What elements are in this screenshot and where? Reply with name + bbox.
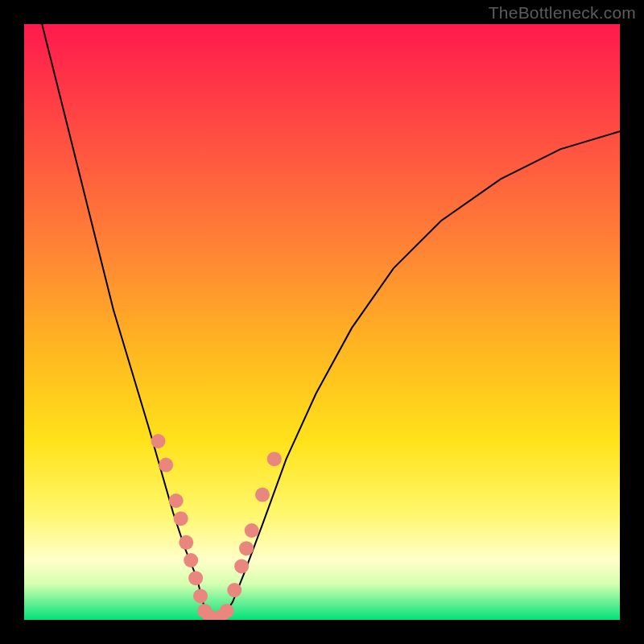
marker-dot [151, 434, 166, 448]
marker-dot [174, 511, 188, 526]
outer-frame: TheBottleneck.com [0, 0, 644, 644]
marker-dot [188, 571, 203, 585]
marker-dot [220, 604, 234, 618]
marker-dot [267, 452, 282, 466]
marker-dot [184, 553, 198, 568]
bottleneck-curve [221, 131, 620, 620]
marker-dot [159, 458, 173, 473]
marker-dot [245, 523, 259, 538]
marker-dot [193, 588, 208, 603]
marker-dot [239, 541, 254, 555]
marker-dot [169, 493, 184, 508]
marker-dot [234, 559, 249, 573]
plot-area [24, 24, 620, 620]
bottleneck-curve [42, 24, 221, 620]
watermark-text: TheBottleneck.com [489, 3, 636, 23]
marker-dot [179, 535, 193, 550]
marker-dot [227, 583, 242, 597]
marker-dot [255, 488, 270, 502]
curve-layer [24, 24, 620, 620]
